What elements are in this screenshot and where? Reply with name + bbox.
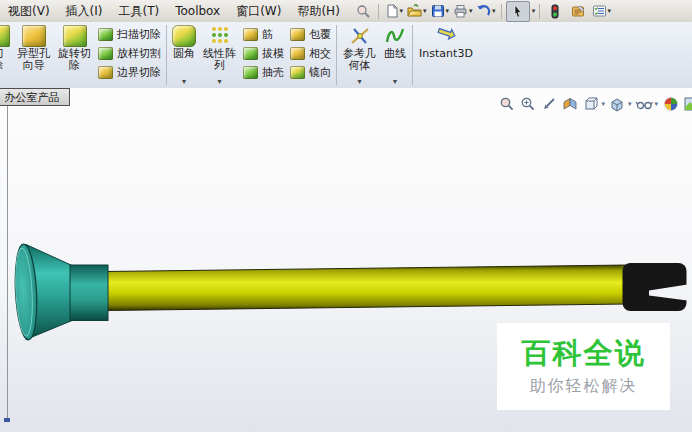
undo-button[interactable]: ▾ [475,2,497,21]
save-button[interactable]: ▾ [429,2,451,21]
lofted-cut-icon [98,47,113,60]
display-style-icon [609,96,625,112]
fillet-button[interactable]: 圆角 ▾ [169,22,199,88]
splitter-handle[interactable] [4,418,10,422]
shell-button[interactable]: 抽壳 [243,64,284,81]
dropdown-arrow-icon[interactable]: ▾ [182,78,186,88]
rib-draft-shell-stack: 筋 拔模 抽壳 [240,22,287,88]
search-icon [356,4,370,18]
fillet-label: 圆角 [173,48,195,60]
view-orientation-button[interactable] [581,94,600,113]
mirror-button[interactable]: 镜向 [290,64,331,81]
revolved-cut-icon [63,25,87,47]
select-tool-button[interactable] [506,1,530,22]
hole-wizard-icon [22,25,46,47]
file-properties-button[interactable] [567,2,589,21]
lofted-cut-label: 放样切割 [117,46,161,61]
wrap-icon [290,28,305,41]
watermark-card: 百科全说 助你轻松解决 [497,323,670,410]
save-icon [431,4,445,18]
reference-geometry-button[interactable]: 参考几何体 ▾ [339,22,380,88]
instant3d-button[interactable]: Instant3D [415,22,477,88]
watermark-subtitle: 助你轻松解决 [530,376,638,397]
commandmanager-tab-office-products[interactable]: 办公室产品 [0,88,70,106]
menu-window[interactable]: 窗口(W) [228,0,289,22]
options-button[interactable]: ▾ [590,2,612,21]
menu-tools[interactable]: 工具(T) [110,0,167,22]
reference-geometry-label: 参考几何体 [342,48,377,72]
dropdown-arrow-icon: ▾ [423,7,427,15]
boundary-cut-button[interactable]: 边界切除 [98,64,161,81]
display-style-button[interactable] [608,94,627,113]
revolved-cut-button[interactable]: 旋转切除 [54,22,95,88]
hole-wizard-button[interactable]: 异型孔向导 [13,22,54,88]
mirror-label: 镜向 [309,65,331,80]
menu-view[interactable]: 视图(V) [0,0,58,22]
shaft-body[interactable] [106,265,628,311]
rebuild-traffic-light-icon [549,4,561,19]
zoom-to-area-icon [520,96,536,112]
reference-geometry-icon [348,25,372,47]
graphics-viewport[interactable]: 办公室产品 ▾ ▾ [0,88,692,432]
previous-view-button[interactable] [539,94,558,113]
intersect-label: 相交 [309,46,331,61]
dropdown-arrow-icon[interactable]: ▾ [217,78,221,88]
draft-label: 拔模 [262,46,284,61]
wrap-intersect-mirror-stack: 包覆 相交 镜向 [287,22,334,88]
open-button[interactable]: ▾ [406,2,428,21]
dropdown-arrow-icon[interactable]: ▾ [357,78,361,88]
zoom-to-fit-button[interactable] [497,94,516,113]
section-view-button[interactable] [560,94,579,113]
dropdown-arrow-icon: ▾ [469,7,473,15]
dropdown-arrow-icon[interactable]: ▾ [654,100,658,108]
linear-pattern-label: 线性阵列 [202,48,237,72]
hole-wizard-label: 异型孔向导 [16,48,51,72]
edit-appearance-button[interactable] [661,94,680,113]
toolbar-separator [166,25,167,85]
search-button[interactable] [352,2,374,21]
menu-insert[interactable]: 插入(I) [58,0,111,22]
features-toolbar: 切除 异型孔向导 旋转切除 扫描切除 放样切割 边界切除 [0,22,692,89]
panel-splitter[interactable] [7,105,8,420]
intersect-icon [290,47,305,60]
rib-button[interactable]: 筋 [243,26,284,43]
print-button[interactable]: ▾ [452,2,474,21]
cut-features-stack: 扫描切除 放样切割 边界切除 [95,22,164,88]
section-view-icon [562,96,578,112]
dropdown-arrow-icon: ▾ [492,7,496,15]
shell-label: 抽壳 [262,65,284,80]
apply-scene-button[interactable] [682,94,692,113]
hide-show-items-button[interactable] [634,94,653,113]
linear-pattern-button[interactable]: 线性阵列 ▾ [199,22,240,88]
collar-cylinder[interactable] [70,265,108,321]
swept-cut-icon [98,28,113,41]
previous-view-icon [541,96,557,112]
dropdown-arrow-icon[interactable]: ▾ [628,100,632,108]
lofted-cut-button[interactable]: 放样切割 [98,45,161,62]
instant3d-icon [434,25,458,47]
headsup-view-toolbar: ▾ ▾ ▾ [497,94,692,113]
rebuild-button[interactable] [544,2,566,21]
wrap-button[interactable]: 包覆 [290,26,331,43]
boundary-cut-label: 边界切除 [117,65,161,80]
curves-label: 曲线 [384,48,406,60]
dropdown-arrow-icon[interactable]: ▾ [601,100,605,108]
file-properties-icon [571,4,586,18]
dropdown-arrow-icon[interactable]: ▾ [393,78,397,88]
menu-toolbox[interactable]: Toolbox [167,0,228,22]
standard-toolbar: ▾ ▾ ▾ ▾ ▾ ▾ [352,1,613,22]
menu-help[interactable]: 帮助(H) [289,0,347,22]
toolbar-separator [412,25,413,85]
zoom-to-area-button[interactable] [518,94,537,113]
draft-button[interactable]: 拔模 [243,45,284,62]
solidworks-window: 视图(V) 插入(I) 工具(T) Toolbox 窗口(W) 帮助(H) ▾ … [0,0,692,432]
new-document-button[interactable]: ▾ [383,2,405,21]
curves-button[interactable]: 曲线 ▾ [380,22,410,88]
swept-cut-button[interactable]: 扫描切除 [98,26,161,43]
intersect-button[interactable]: 相交 [290,45,331,62]
mirror-icon [290,66,305,79]
menu-bar: 视图(V) 插入(I) 工具(T) Toolbox 窗口(W) 帮助(H) ▾ … [0,0,692,23]
fillet-icon [172,25,196,47]
dropdown-arrow-icon[interactable]: ▾ [532,7,536,15]
extruded-cut-button[interactable]: 切除 [0,22,13,88]
